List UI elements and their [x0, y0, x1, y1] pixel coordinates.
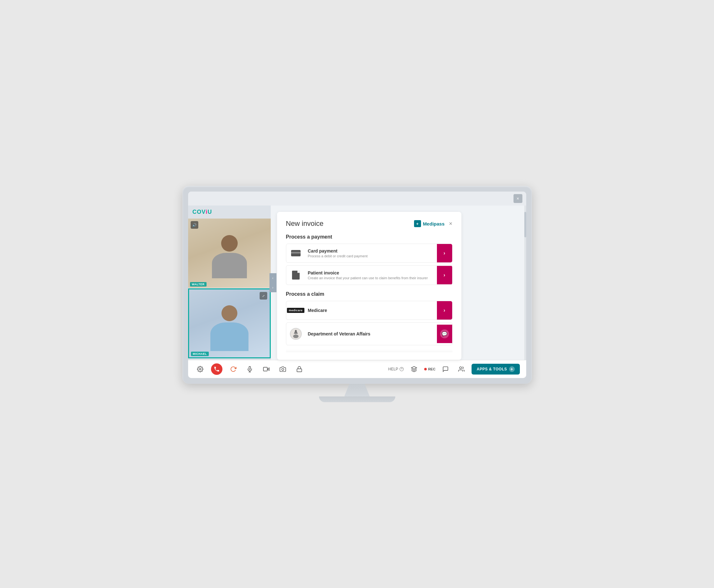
invoice-panel: New invoice + Medipass × Proce — [271, 206, 526, 360]
apps-tools-plus: + — [509, 366, 515, 372]
person-walter — [212, 235, 247, 278]
window-close-button[interactable]: × — [513, 194, 522, 203]
participants-button[interactable] — [456, 363, 467, 375]
card-payment-text: Card payment Process a debit or credit c… — [306, 245, 437, 262]
logo-u: U — [208, 209, 212, 215]
invoice-title: New invoice — [286, 219, 324, 228]
video-feed-michael: ⤢ MICHAEL — [188, 289, 271, 358]
invoice-header: New invoice + Medipass × — [286, 219, 453, 228]
scroll-hint — [286, 349, 453, 352]
svg-point-3 — [295, 330, 297, 332]
svg-rect-10 — [263, 367, 267, 371]
rec-indicator: REC — [424, 367, 435, 371]
invoice-close-button[interactable]: × — [449, 220, 453, 227]
screenshot-button[interactable] — [277, 363, 289, 375]
rec-label: REC — [428, 367, 435, 371]
chat-bubble-icon: 💬 — [440, 330, 449, 338]
main-content: COViU 🔊 — [188, 206, 526, 360]
walter-head — [221, 235, 238, 252]
process-payment-heading: Process a payment — [286, 234, 453, 240]
svg-marker-15 — [412, 366, 417, 369]
card-payment-label: Card payment — [308, 248, 434, 253]
refresh-button[interactable] — [228, 363, 239, 375]
end-call-button[interactable] — [211, 363, 223, 375]
controls-left — [194, 363, 305, 375]
svg-point-16 — [460, 367, 462, 369]
scroll-thumb — [524, 212, 526, 237]
dva-text: Department of Veteran Affairs — [306, 328, 437, 340]
stand-base — [319, 396, 395, 402]
microphone-button[interactable] — [244, 363, 255, 375]
video-panel: COViU 🔊 — [188, 206, 271, 360]
video-bg-top — [188, 218, 271, 288]
logo-text: COV — [193, 209, 206, 215]
card-payment-arrow[interactable]: › — [437, 244, 452, 262]
nav-arrows: ‹ › — [270, 273, 276, 292]
card-payment-row[interactable]: Card payment Process a debit or credit c… — [286, 244, 453, 263]
dva-icon-area — [286, 323, 306, 345]
card-payment-desc: Process a debit or credit card payment — [308, 254, 434, 258]
process-claim-heading: Process a claim — [286, 291, 453, 297]
medicare-icon-area: medicare — [286, 303, 306, 318]
patient-invoice-icon — [292, 271, 300, 279]
monitor-wrapper: × COViU — [182, 186, 532, 402]
michael-expand-icon[interactable]: ⤢ — [259, 292, 267, 299]
walter-audio-icon: 🔊 — [191, 221, 198, 229]
medipass-badge: + Medipass — [414, 220, 444, 227]
monitor-stand — [319, 384, 395, 402]
stand-neck — [344, 384, 370, 396]
medicare-row[interactable]: medicare Medicare › — [286, 301, 453, 320]
video-feed-walter: 🔊 WALTER — [188, 218, 271, 289]
help-area[interactable]: HELP — [388, 367, 404, 371]
medicare-label: Medicare — [308, 308, 434, 313]
michael-name-tag: MICHAEL — [191, 352, 209, 356]
medipass-label: Medipass — [423, 221, 444, 227]
rec-dot — [424, 368, 427, 371]
medicare-logo: medicare — [287, 308, 305, 313]
michael-head — [222, 305, 237, 321]
svg-point-11 — [281, 369, 284, 371]
nav-arrow-right[interactable]: › — [270, 283, 276, 292]
dva-logo — [290, 328, 302, 340]
walter-body — [212, 253, 247, 278]
invoice-card: New invoice + Medipass × Proce — [277, 212, 461, 360]
process-payment-section: Process a payment Card payment Process a… — [286, 234, 453, 285]
card-payment-icon — [291, 250, 300, 256]
scrollbar[interactable] — [524, 206, 526, 360]
controls-right: HELP — [388, 363, 520, 375]
patient-invoice-label: Patient invoice — [308, 270, 434, 275]
svg-point-6 — [199, 369, 201, 370]
nav-arrow-left[interactable]: ‹ — [270, 273, 276, 283]
video-bg-bottom — [189, 289, 270, 357]
svg-rect-7 — [249, 366, 250, 370]
michael-body — [210, 322, 249, 351]
dva-row[interactable]: Department of Veteran Affairs 💬 — [286, 322, 453, 345]
help-label: HELP — [388, 367, 398, 371]
screen-inner: × COViU — [188, 192, 526, 378]
person-michael — [210, 305, 249, 351]
medicare-arrow[interactable]: › — [437, 301, 452, 319]
settings-button[interactable] — [194, 363, 206, 375]
dva-label: Department of Veteran Affairs — [308, 331, 434, 336]
svg-point-2 — [293, 335, 298, 338]
apps-tools-label: APPS & TOOLS — [477, 367, 507, 371]
lock-button[interactable] — [294, 363, 305, 375]
patient-invoice-desc: Create an invoice that your patient can … — [308, 276, 434, 280]
patient-invoice-arrow[interactable]: › — [437, 266, 452, 284]
monitor-screen: × COViU — [182, 186, 532, 384]
top-bar: × — [188, 192, 526, 206]
patient-invoice-row[interactable]: Patient invoice Create an invoice that y… — [286, 265, 453, 285]
coviu-logo: COViU — [188, 206, 271, 218]
patient-invoice-text: Patient invoice Create an invoice that y… — [306, 267, 437, 284]
bottom-bar: HELP — [188, 360, 526, 378]
layers-button[interactable] — [408, 363, 420, 375]
svg-rect-12 — [297, 369, 301, 372]
camera-button[interactable] — [260, 363, 272, 375]
dva-arrow[interactable]: 💬 — [437, 325, 452, 343]
patient-invoice-icon-area — [286, 266, 306, 285]
card-payment-icon-area — [286, 245, 306, 261]
walter-name-tag: WALTER — [190, 282, 207, 287]
chat-button[interactable] — [440, 363, 451, 375]
medipass-icon: + — [414, 220, 421, 227]
apps-tools-button[interactable]: APPS & TOOLS + — [471, 364, 520, 375]
